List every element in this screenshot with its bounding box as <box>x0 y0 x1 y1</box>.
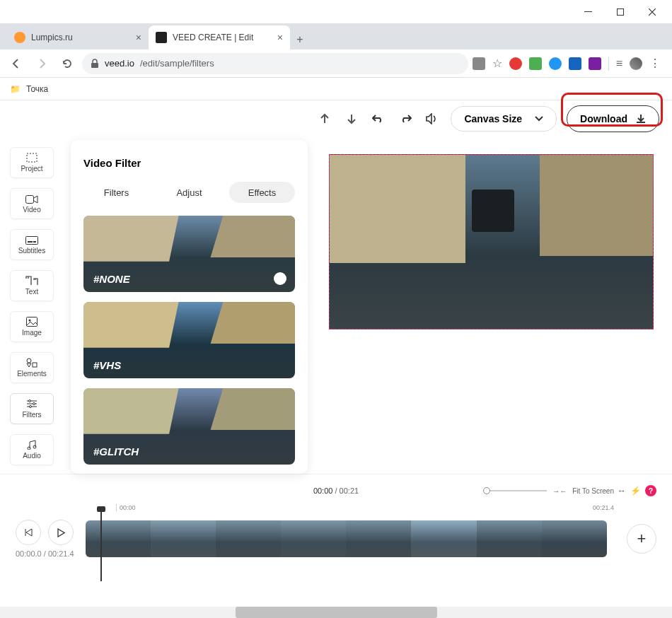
svg-rect-0 <box>584 11 592 12</box>
effects-list: #NONE #VHS #GLITCH <box>83 216 295 465</box>
effect-label: #NONE <box>93 273 130 285</box>
browser-address-bar: veed.io/edit/sample/filters ☆ ≡ ⋮ <box>0 49 672 78</box>
download-label: Download <box>580 113 627 124</box>
selected-dot <box>274 272 286 285</box>
url-input[interactable]: veed.io/edit/sample/filters <box>82 53 468 74</box>
svg-rect-8 <box>27 317 37 327</box>
favicon-icon <box>14 32 25 43</box>
volume-icon[interactable] <box>424 110 441 127</box>
sidebar-label: Image <box>22 329 42 337</box>
close-tab-icon[interactable]: × <box>136 32 141 43</box>
sidebar-label: Elements <box>17 370 47 378</box>
zoom-slider[interactable] <box>483 490 547 491</box>
bookmarks-bar: 📁 Точка <box>0 78 672 100</box>
clip-track[interactable] <box>86 520 607 557</box>
ext-icon[interactable] <box>509 57 522 70</box>
svg-rect-11 <box>33 363 37 367</box>
upload-icon[interactable] <box>316 110 333 127</box>
tab-adjust[interactable]: Adjust <box>156 182 222 203</box>
timecode-display: 00:00 / 00:21 <box>313 486 359 495</box>
sidebar-label: Project <box>21 165 42 173</box>
download-button[interactable]: Download <box>567 105 659 132</box>
sidebar-item-image[interactable]: Image <box>10 311 54 342</box>
ext-icon[interactable] <box>569 57 581 70</box>
effect-card-vhs[interactable]: #VHS <box>83 302 295 378</box>
ruler-tick: 00:00 <box>116 504 136 511</box>
bookmark-item[interactable]: Точка <box>26 84 48 94</box>
bolt-icon[interactable]: ⚡ <box>630 486 641 496</box>
video-preview[interactable] <box>329 154 654 330</box>
reload-button[interactable] <box>57 53 78 74</box>
svg-point-15 <box>28 447 30 450</box>
clip-thumbnail <box>86 520 151 557</box>
clip-thumbnail <box>216 520 281 557</box>
svg-rect-2 <box>91 63 98 68</box>
sidebar-item-audio[interactable]: Audio <box>10 434 54 465</box>
sidebar-item-video[interactable]: Video <box>10 188 54 219</box>
play-button[interactable] <box>48 520 74 545</box>
sidebar-item-text[interactable]: Text <box>10 270 54 301</box>
sidebar-item-filters[interactable]: Filters <box>10 393 54 424</box>
sidebar-item-project[interactable]: Project <box>10 147 54 178</box>
scrollbar-thumb[interactable] <box>236 607 437 618</box>
svg-point-12 <box>29 400 31 402</box>
clip-thumbnail <box>346 520 411 557</box>
text-icon <box>25 276 38 287</box>
tab-effects[interactable]: Effects <box>229 182 295 203</box>
window-titlebar <box>0 0 672 24</box>
folder-icon: 📁 <box>10 84 21 94</box>
panel-title: Video Filter <box>83 157 295 169</box>
add-clip-button[interactable]: + <box>627 524 656 554</box>
forward-button[interactable] <box>31 53 52 74</box>
maximize-button[interactable] <box>604 1 636 23</box>
effect-label: #GLITCH <box>93 445 139 457</box>
back-button[interactable] <box>6 53 27 74</box>
app-toolbar: Canvas Size Download <box>0 100 672 137</box>
horizontal-scrollbar[interactable] <box>0 607 672 618</box>
url-path: /edit/sample/filters <box>140 58 214 69</box>
ext-icon[interactable] <box>529 57 542 70</box>
profile-avatar[interactable] <box>630 57 642 70</box>
browser-tab-strip: Lumpics.ru × VEED CREATE | Edit × + <box>0 24 672 49</box>
ext-icon[interactable] <box>549 57 562 70</box>
timeline-header: 00:00 / 00:21 →← Fit To Screen ↔ ⚡ ? <box>16 482 656 500</box>
translate-icon[interactable] <box>473 57 485 70</box>
zoom-handle[interactable] <box>483 487 490 494</box>
zoom-label: Fit To Screen <box>572 487 614 495</box>
svg-rect-6 <box>28 241 33 243</box>
playhead[interactable] <box>100 508 102 581</box>
canvas-size-button[interactable]: Canvas Size <box>451 106 557 132</box>
redo-icon[interactable] <box>397 110 414 127</box>
sidebar-item-subtitles[interactable]: Subtitles <box>10 229 54 260</box>
editor-body: Project Video Subtitles Text Image Eleme… <box>0 137 672 474</box>
ext-icon[interactable] <box>589 57 601 70</box>
undo-icon[interactable] <box>370 110 387 127</box>
menu-icon[interactable]: ⋮ <box>649 57 661 70</box>
help-badge[interactable]: ? <box>645 485 656 496</box>
playback-row: 00:00.0 / 00:21.4 + <box>16 520 656 558</box>
tab-filters[interactable]: Filters <box>83 182 149 203</box>
ruler-tick: 00:21.4 <box>593 504 614 511</box>
sidebar-item-elements[interactable]: Elements <box>10 352 54 383</box>
star-icon[interactable]: ☆ <box>492 57 502 70</box>
close-window-button[interactable] <box>636 1 668 23</box>
svg-point-13 <box>33 403 35 405</box>
close-tab-icon[interactable]: × <box>277 32 283 43</box>
effect-card-glitch[interactable]: #GLITCH <box>83 388 295 465</box>
lock-icon <box>91 59 99 69</box>
arrow-icon: →← <box>552 487 567 495</box>
url-domain: veed.io <box>105 58 134 69</box>
sidebar: Project Video Subtitles Text Image Eleme… <box>0 137 64 474</box>
resize-icon[interactable]: ↔ <box>618 486 626 496</box>
zoom-control[interactable]: →← Fit To Screen <box>483 487 614 495</box>
effect-card-none[interactable]: #NONE <box>83 216 295 292</box>
minimize-button[interactable] <box>572 1 604 23</box>
reading-list-icon[interactable]: ≡ <box>616 57 622 70</box>
new-tab-button[interactable]: + <box>290 30 310 49</box>
browser-tab-active[interactable]: VEED CREATE | Edit × <box>149 25 290 49</box>
skip-back-button[interactable] <box>16 520 41 545</box>
browser-tab[interactable]: Lumpics.ru × <box>7 25 149 49</box>
favicon-icon <box>156 32 167 43</box>
sidebar-label: Video <box>23 206 40 214</box>
download-toolbar-icon[interactable] <box>343 110 360 127</box>
